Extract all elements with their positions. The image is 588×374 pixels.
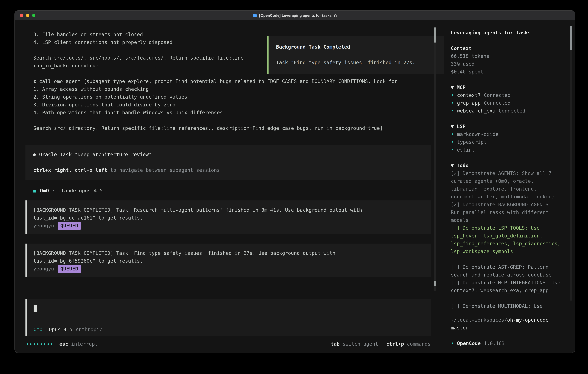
context-heading: Context <box>451 44 562 52</box>
agent-header: ▣ OmO · claude-opus-4-5 <box>25 187 430 195</box>
mcp-heading: MCP <box>457 84 466 90</box>
activity-dots-icon <box>27 343 52 345</box>
bullet-icon: • <box>451 340 454 347</box>
session-sidebar: Leveraging agents for tasks Context 66,5… <box>444 20 575 353</box>
git-branch: master <box>451 324 562 332</box>
separator-dot: · <box>52 187 55 195</box>
terminal-line: 3. Division operations that could divide… <box>25 101 430 109</box>
task-message-line: [BACKGROUND TASK COMPLETED] Task "Find t… <box>33 249 424 257</box>
window-title-group: [OpenCode] Leveraging agents for tasks ◐ <box>15 13 575 18</box>
status-bar: esc interrupt tab switch agent ctrl+p co… <box>25 340 430 348</box>
subagent-shortcut-row: ctrl+x right, ctrl+x left to navigate be… <box>33 166 424 174</box>
mcp-section-header[interactable]: ▼MCP <box>451 83 562 91</box>
mcp-name: grep_app <box>457 99 481 107</box>
oracle-task-title-row: ◉Oracle Task "Deep architecture review" <box>33 151 424 158</box>
model-info-row: OmO Opus 4.5 Anthropic <box>33 327 102 332</box>
workspace-path: ~/local-workspaces/oh-my-opencode: <box>451 316 562 324</box>
app-window: [OpenCode] Leveraging agents for tasks ◐… <box>14 10 575 353</box>
checkbox-empty-icon: [ ] <box>451 303 460 309</box>
shortcut-keys: ctrl+x right, ctrl+x left <box>33 167 107 173</box>
context-tokens: 66,518 tokens <box>451 52 562 60</box>
session-timer-icon: ◐ <box>334 13 337 18</box>
chat-pane: 3. File handles or streams not closed 4.… <box>15 20 444 353</box>
workspace-repo-name: oh-my-opencode: <box>507 317 552 323</box>
checkbox-checked-icon: [✓] <box>451 202 460 208</box>
chevron-down-icon: ▼ <box>451 124 454 129</box>
scrollbar-thumb[interactable] <box>570 26 572 50</box>
mcp-item: • grep_app Connected <box>451 99 562 107</box>
prompt-input[interactable]: OmO Opus 4.5 Anthropic <box>25 299 430 336</box>
terminal-line: 1. Array access without bounds checking <box>25 85 430 93</box>
mcp-status: Connected <box>484 91 510 99</box>
terminal-line: 4. Path operations that don't handle Win… <box>25 109 430 116</box>
mcp-status: Connected <box>499 107 525 115</box>
todo-item: [ ]Demonstrate MCP INTEGRATIONS: Use con… <box>451 279 562 294</box>
todo-item: [✓]Demonstrate BACKGROUND AGENTS: Run pa… <box>451 201 562 224</box>
mcp-item: • context7 Connected <box>451 91 562 99</box>
terminal-line: Search src/ directory. Return specific f… <box>25 124 430 132</box>
gear-icon: ⚙ <box>33 78 36 84</box>
status-badge: QUEUED <box>58 265 81 273</box>
chevron-down-icon: ▼ <box>451 163 454 168</box>
sidebar-scrollbar[interactable] <box>570 26 572 301</box>
context-spent: $0.46 spent <box>451 68 562 76</box>
mcp-status: Connected <box>484 99 510 107</box>
todo-text: Demonstrate BACKGROUND AGENTS: Run paral… <box>451 202 552 223</box>
tab-key-hint: tab <box>331 341 340 347</box>
oracle-task-panel: ◉Oracle Task "Deep architecture review" … <box>25 145 430 180</box>
lsp-item: • eslint <box>451 146 562 154</box>
commands-key-hint: ctrl+p <box>386 341 404 347</box>
sidebar-footer: ~/local-workspaces/oh-my-opencode: maste… <box>451 316 562 347</box>
fisheye-icon: ◉ <box>33 152 36 157</box>
mcp-item: • websearch_exa Connected <box>451 107 562 115</box>
todo-text: Demonstrate AGENTS: Show all 7 curated a… <box>451 170 555 200</box>
active-model-label: Opus 4.5 <box>49 327 73 332</box>
folder-icon <box>253 14 257 17</box>
terminal-line: 2. String operations on potentially unde… <box>25 93 430 101</box>
tab-key-label: switch agent <box>343 341 378 347</box>
todo-text: Demonstrate LSP TOOLS: Use lsp_hover, ls… <box>451 225 560 254</box>
status-badge: QUEUED <box>58 222 81 230</box>
commands-key-label: commands <box>407 341 430 347</box>
chat-scrollbar[interactable] <box>434 27 436 291</box>
titlebar[interactable]: [OpenCode] Leveraging agents for tasks ◐ <box>15 11 575 20</box>
session-title: Leveraging agents for tasks <box>451 29 562 37</box>
toast-title: Background Task Completed <box>276 43 444 51</box>
background-task-message: [BACKGROUND TASK COMPLETED] Task "Resear… <box>25 200 430 234</box>
scrollbar-thumb[interactable] <box>434 28 436 42</box>
bullet-icon: • <box>451 107 454 115</box>
task-message-line: task_id="bg_6f59260c" to get results. <box>33 257 424 265</box>
todo-text: Demonstrate MULTIMODAL: Use <box>462 303 543 309</box>
mcp-name: websearch_exa <box>457 107 495 115</box>
checkbox-empty-icon: [ ] <box>451 280 460 285</box>
todo-item: [ ]Demonstrate AST-GREP: Pattern search … <box>451 263 562 279</box>
checkbox-empty-icon: [ ] <box>451 264 460 270</box>
author-name: yeongyu <box>33 222 54 230</box>
todo-item: [ ]Demonstrate LSP TOOLS: Use lsp_hover,… <box>451 224 562 255</box>
terminal-line <box>25 116 430 124</box>
scrollbar-thumb[interactable] <box>434 280 436 286</box>
bullet-icon: • <box>451 99 454 107</box>
lsp-heading: LSP <box>457 124 466 129</box>
esc-key-hint: esc <box>59 341 68 347</box>
agent-model: claude-opus-4-5 <box>58 187 103 195</box>
todo-section-header[interactable]: ▼Todo <box>451 162 562 169</box>
window-title: [OpenCode] Leveraging agents for tasks <box>259 13 332 18</box>
bullet-icon: • <box>451 91 454 99</box>
todo-item: [✓]Demonstrate AGENTS: Show all 7 curate… <box>451 169 562 201</box>
bullet-icon: • <box>451 130 454 138</box>
lsp-name: eslint <box>457 146 475 154</box>
background-task-message: [BACKGROUND TASK COMPLETED] Task "Find t… <box>25 244 430 277</box>
checkbox-checked-icon: [✓] <box>451 170 460 176</box>
app-name: OpenCode <box>457 340 481 347</box>
bullet-icon: • <box>451 146 454 154</box>
task-message-line: task_id="bg_dcfac161" to get results. <box>33 214 424 222</box>
tool-call-text: call_omo_agent [subagent_type=explore, p… <box>39 78 398 84</box>
lsp-section-header[interactable]: ▼LSP <box>451 123 562 130</box>
agent-name: OmO <box>40 187 49 195</box>
lsp-name: typescript <box>457 138 487 146</box>
agent-square-icon: ▣ <box>33 187 36 195</box>
mcp-name: context7 <box>457 91 481 99</box>
screen: [OpenCode] Leveraging agents for tasks ◐… <box>0 0 588 374</box>
todo-text: Demonstrate AST-GREP: Pattern search and… <box>451 264 552 278</box>
